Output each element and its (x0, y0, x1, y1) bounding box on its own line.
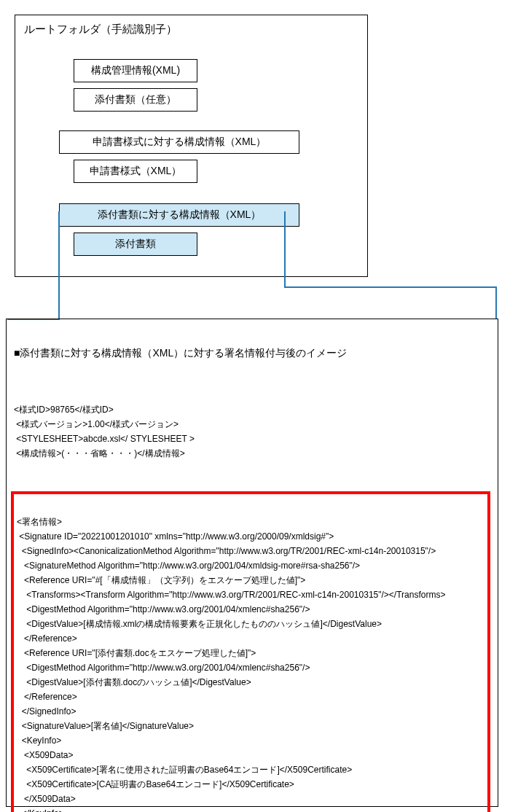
box-config-manage-xml: 構成管理情報(XML) (74, 59, 197, 82)
box-attachment: 添付書類 (74, 233, 197, 256)
signature-xml-block: <署名情報> <Signature ID="20221001201010" xm… (17, 515, 487, 812)
signature-highlight-frame: <署名情報> <Signature ID="20221001201010" xm… (11, 491, 490, 812)
detail-title: ■添付書類に対する構成情報（XML）に対する署名情報付与後のイメージ (14, 347, 490, 360)
connector-line (495, 286, 497, 319)
box-appform-config-xml: 申請書様式に対する構成情報（XML） (59, 130, 299, 154)
root-folder-panel: ルートフォルダ（手続識別子） 構成管理情報(XML) 添付書類（任意） 申請書様… (15, 15, 368, 277)
box-attachment-config-xml: 添付書類に対する構成情報（XML） (59, 203, 299, 227)
root-folder-label: ルートフォルダ（手続識別子） (24, 23, 177, 36)
connector-line (284, 286, 497, 288)
connector-line (58, 211, 60, 319)
signature-detail-panel: ■添付書類に対する構成情報（XML）に対する署名情報付与後のイメージ <様式ID… (6, 319, 498, 807)
box-attachment-optional: 添付書類（任意） (74, 88, 197, 112)
xml-head-block: <様式ID>98765</様式ID> <様式バージョン>1.00</様式バージョ… (14, 402, 490, 461)
box-appform-xml: 申請書様式（XML） (74, 160, 197, 183)
connector-line (284, 211, 286, 286)
